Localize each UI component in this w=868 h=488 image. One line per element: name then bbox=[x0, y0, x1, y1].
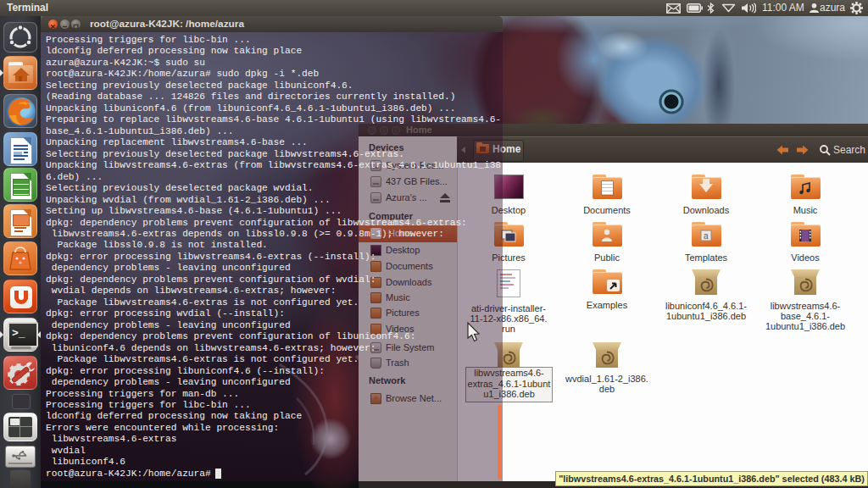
svg-text:a: a bbox=[704, 231, 709, 241]
